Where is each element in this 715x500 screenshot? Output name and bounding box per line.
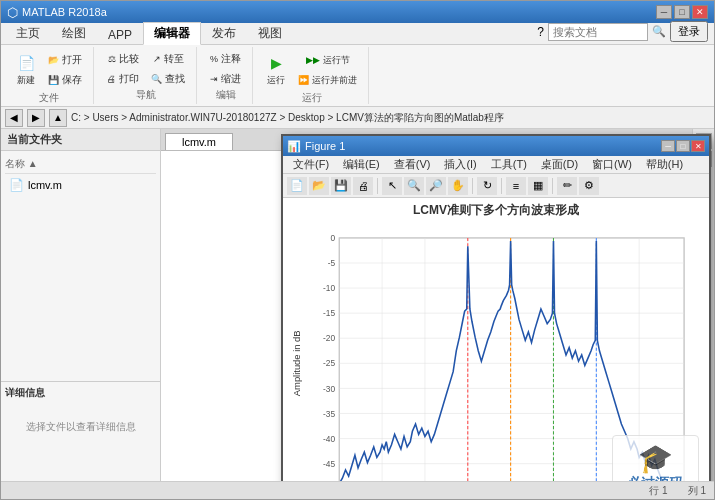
file-panel-content: 名称 ▲ 📄 lcmv.m — [1, 151, 160, 381]
file-icon: 📄 — [9, 178, 24, 192]
fig-pan-btn[interactable]: ✋ — [448, 177, 468, 195]
figure-menu: 文件(F) 编辑(E) 查看(V) 插入(I) 工具(T) 桌面(D) 窗口(W… — [283, 156, 709, 174]
minimize-button[interactable]: ─ — [656, 5, 672, 19]
tab-home[interactable]: 主页 — [5, 22, 51, 44]
ribbon-group-edit: % 注释 ⇥ 缩进 编辑 — [199, 47, 253, 104]
figure-title-btns: ─ □ ✕ — [661, 140, 705, 152]
watermark-box: 🎓 必过源码 Biguo100.CN — [612, 435, 699, 481]
fig-zoom-in-btn[interactable]: 🔍 — [404, 177, 424, 195]
compare-button[interactable]: ⚖ 比较 — [102, 50, 144, 68]
fig-menu-file[interactable]: 文件(F) — [287, 157, 335, 172]
fig-zoom-out-btn[interactable]: 🔎 — [426, 177, 446, 195]
fig-menu-edit[interactable]: 编辑(E) — [337, 157, 386, 172]
login-button[interactable]: 登录 — [670, 21, 708, 42]
tab-publish[interactable]: 发布 — [201, 22, 247, 44]
ribbon-toolbar: 📄 新建 📂 打开 💾 保存 文件 — [1, 45, 714, 107]
details-panel: 详细信息 选择文件以查看详细信息 — [1, 381, 160, 481]
fig-colorbar-btn[interactable]: ▦ — [528, 177, 548, 195]
run-section-icon: ▶▶ — [306, 55, 320, 65]
up-button[interactable]: ▲ — [49, 109, 67, 127]
watermark: 🎓 必过源码 Biguo100.CN — [612, 435, 699, 481]
run-buttons: ▶ 运行 ▶▶ 运行节 ⏩ 运行并前进 — [261, 49, 362, 91]
maximize-button[interactable]: □ — [674, 5, 690, 19]
new-button[interactable]: 📄 新建 — [11, 49, 41, 91]
title-bar-controls: ─ □ ✕ — [656, 5, 708, 19]
svg-text:Amplitude in dB: Amplitude in dB — [291, 330, 302, 396]
editor-tab-lcmv[interactable]: lcmv.m — [165, 133, 233, 150]
fig-menu-help[interactable]: 帮助(H) — [640, 157, 689, 172]
goto-button[interactable]: ↗ 转至 — [146, 50, 190, 68]
figure-icon: 📊 — [287, 140, 301, 153]
tab-app[interactable]: APP — [97, 25, 143, 44]
fig-menu-window[interactable]: 窗口(W) — [586, 157, 638, 172]
tab-view[interactable]: 视图 — [247, 22, 293, 44]
svg-text:-15: -15 — [323, 308, 335, 318]
fig-menu-desktop[interactable]: 桌面(D) — [535, 157, 584, 172]
run-icon: ▶ — [266, 53, 286, 73]
title-bar-left: ⬡ MATLAB R2018a — [7, 5, 107, 20]
run-advance-button[interactable]: ⏩ 运行并前进 — [293, 71, 362, 89]
search-input[interactable] — [548, 23, 648, 41]
back-button[interactable]: ◀ — [5, 109, 23, 127]
find-button[interactable]: 🔍 查找 — [146, 70, 190, 88]
status-col: 列 1 — [688, 484, 706, 498]
edit-group-label: 编辑 — [216, 88, 236, 102]
figure-minimize-btn[interactable]: ─ — [661, 140, 675, 152]
fig-legend-btn[interactable]: ≡ — [506, 177, 526, 195]
toolbar-sep-3 — [501, 178, 502, 194]
tab-editor[interactable]: 编辑器 — [143, 22, 201, 45]
open-icon: 📂 — [48, 55, 59, 65]
save-button[interactable]: 💾 保存 — [43, 71, 87, 89]
search-icon: 🔍 — [652, 25, 666, 38]
fig-cursor-btn[interactable]: ↖ — [382, 177, 402, 195]
run-section-button[interactable]: ▶▶ 运行节 — [293, 51, 362, 69]
run-button[interactable]: ▶ 运行 — [261, 49, 291, 91]
toolbar-sep-4 — [552, 178, 553, 194]
file-group-label: 文件 — [39, 91, 59, 105]
indent-icon: ⇥ — [210, 74, 218, 84]
ribbon-group-file: 📄 新建 📂 打开 💾 保存 文件 — [5, 47, 94, 104]
svg-text:-25: -25 — [323, 358, 335, 368]
fig-menu-view[interactable]: 查看(V) — [388, 157, 437, 172]
fig-open-btn[interactable]: 📂 — [309, 177, 329, 195]
file-panel-header: 当前文件夹 — [1, 129, 160, 151]
ribbon-tabs: 主页 绘图 APP 编辑器 发布 视图 ? 🔍 登录 — [1, 23, 714, 45]
status-bar: 行 1 列 1 — [1, 481, 714, 499]
run-group-label: 运行 — [302, 91, 322, 105]
fig-menu-tools[interactable]: 工具(T) — [485, 157, 533, 172]
svg-text:-20: -20 — [323, 333, 335, 343]
find-icon: 🔍 — [151, 74, 162, 84]
figure-title-text: Figure 1 — [305, 140, 345, 152]
fig-menu-insert[interactable]: 插入(I) — [438, 157, 482, 172]
tab-plot[interactable]: 绘图 — [51, 22, 97, 44]
print-button[interactable]: 🖨 打印 — [102, 70, 144, 88]
forward-button[interactable]: ▶ — [27, 109, 45, 127]
svg-text:-40: -40 — [323, 434, 335, 444]
fig-plottools-btn[interactable]: ✏ — [557, 177, 577, 195]
title-text: MATLAB R2018a — [22, 6, 107, 18]
matlab-logo: ⬡ — [7, 5, 18, 20]
figure-close-btn[interactable]: ✕ — [691, 140, 705, 152]
fig-save-btn[interactable]: 💾 — [331, 177, 351, 195]
file-item-lcmv[interactable]: 📄 lcmv.m — [5, 176, 156, 194]
svg-text:0: 0 — [330, 233, 335, 243]
comment-button[interactable]: % 注释 — [205, 50, 246, 68]
address-path: C: > Users > Administrator.WIN7U-2018012… — [71, 111, 504, 125]
fig-plottools2-btn[interactable]: ⚙ — [579, 177, 599, 195]
matlab-window: ⬡ MATLAB R2018a ─ □ ✕ 主页 绘图 APP 编辑器 发布 视… — [0, 0, 715, 500]
new-icon: 📄 — [16, 53, 36, 73]
ribbon-group-run: ▶ 运行 ▶▶ 运行节 ⏩ 运行并前进 运行 — [255, 47, 369, 104]
close-button[interactable]: ✕ — [692, 5, 708, 19]
fig-rotate-btn[interactable]: ↻ — [477, 177, 497, 195]
fig-new-btn[interactable]: 📄 — [287, 177, 307, 195]
indent-button[interactable]: ⇥ 缩进 — [205, 70, 246, 88]
main-content: 当前文件夹 名称 ▲ 📄 lcmv.m 详细信息 选择文件以查看详细信息 lcm… — [1, 129, 714, 481]
svg-text:-45: -45 — [323, 459, 335, 469]
fig-print-btn[interactable]: 🖨 — [353, 177, 373, 195]
figure-window[interactable]: 📊 Figure 1 ─ □ ✕ 文件(F) 编辑(E) 查看(V) 插入(I) — [281, 134, 711, 481]
figure-maximize-btn[interactable]: □ — [676, 140, 690, 152]
open-button[interactable]: 📂 打开 — [43, 51, 87, 69]
details-header: 详细信息 — [5, 386, 156, 400]
goto-icon: ↗ — [153, 54, 161, 64]
edit-buttons: % 注释 ⇥ 缩进 — [205, 49, 246, 88]
